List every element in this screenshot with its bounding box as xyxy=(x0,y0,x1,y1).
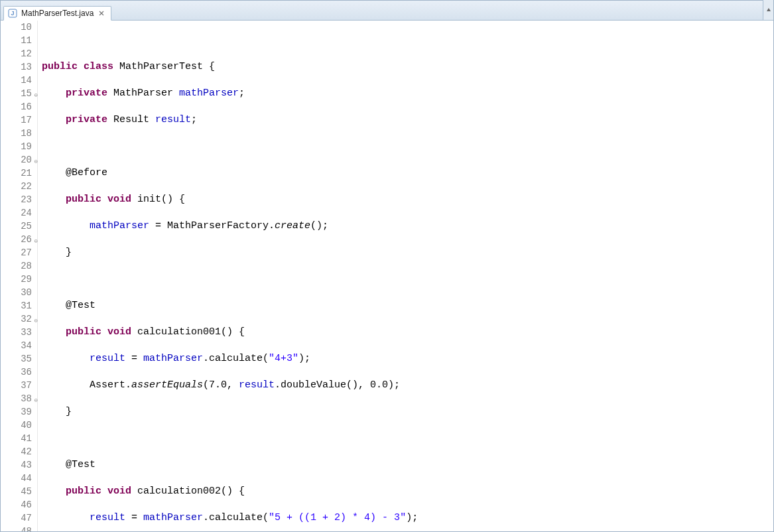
close-brace: } xyxy=(66,406,72,417)
semi: ; xyxy=(191,114,197,125)
line-number: 33 xyxy=(1,326,37,339)
line-number: 20⊖ xyxy=(1,153,37,166)
line-number: 13 xyxy=(1,60,37,74)
line-number: 34 xyxy=(1,339,37,352)
line-number: 46 xyxy=(1,498,37,511)
field-ref: result xyxy=(90,512,125,523)
kw-void: void xyxy=(107,326,131,338)
string-literal: "5 + ((1 + 2) * 4) - 3" xyxy=(269,512,406,523)
line-number: 17 xyxy=(1,113,37,127)
method-name: init xyxy=(137,194,161,205)
sig-rest: () { xyxy=(221,326,245,338)
line-number: 28 xyxy=(1,259,37,273)
field-ref: result xyxy=(90,353,125,364)
kw-private: private xyxy=(66,88,107,99)
txt: = xyxy=(125,512,143,523)
field-ref: mathParser xyxy=(90,220,149,232)
editor-window: J MathParserTest.java 101112131415⊖16171… xyxy=(0,0,774,532)
code-area[interactable]: public class MathParserTest { private Ma… xyxy=(38,21,773,531)
line-number: 23 xyxy=(1,193,37,206)
line-number: 47 xyxy=(1,511,37,525)
field-ref: mathParser xyxy=(143,353,203,364)
annotation-before: @Before xyxy=(66,167,107,178)
line-number: 18 xyxy=(1,127,37,140)
line-number: 41 xyxy=(1,432,37,445)
gutter-annotation-icon: ⊖ xyxy=(32,89,38,94)
line-number: 27 xyxy=(1,246,37,259)
code-editor[interactable]: 101112131415⊖1617181920⊖212223242526⊖272… xyxy=(1,21,773,531)
line-number: 29 xyxy=(1,273,37,286)
sig-rest: () { xyxy=(221,486,245,497)
line-number: 32⊖ xyxy=(1,312,37,326)
svg-text:J: J xyxy=(11,10,14,17)
line-number: 14 xyxy=(1,74,37,87)
line-number: 31 xyxy=(1,299,37,312)
method-name: calculation002 xyxy=(137,486,221,497)
field-ref: result xyxy=(239,379,275,391)
field-ref: mathParser xyxy=(143,512,203,523)
kw-void: void xyxy=(107,486,131,497)
line-number: 48 xyxy=(1,525,37,531)
close-brace: } xyxy=(66,247,72,258)
kw-public: public xyxy=(42,61,78,72)
annotation-test: @Test xyxy=(66,459,96,470)
line-number: 10 xyxy=(1,21,37,34)
gutter-annotation-icon: ⊖ xyxy=(32,314,38,320)
gutter-annotation-icon: ⊖ xyxy=(32,235,38,240)
kw-public: public xyxy=(66,194,101,205)
line-number: 21 xyxy=(1,166,37,180)
annotation-test: @Test xyxy=(66,300,96,311)
method-name: calculation001 xyxy=(137,326,221,338)
line-number: 43 xyxy=(1,458,37,472)
class-name: MathParserTest xyxy=(119,61,203,72)
scroll-up-icon[interactable] xyxy=(763,0,773,20)
line-number: 15⊖ xyxy=(1,87,37,100)
txt: .calculate( xyxy=(203,512,269,523)
line-number: 42 xyxy=(1,445,37,458)
string-literal: "4+3" xyxy=(269,353,298,364)
line-number: 30 xyxy=(1,286,37,299)
sig-rest: () { xyxy=(161,194,185,205)
tab-bar: J MathParserTest.java xyxy=(1,1,773,21)
type: Result xyxy=(113,114,155,125)
svg-marker-4 xyxy=(767,8,771,11)
txt: .calculate( xyxy=(203,353,269,364)
line-number: 45 xyxy=(1,485,37,498)
java-file-icon: J xyxy=(8,9,17,18)
close-tab-icon[interactable] xyxy=(97,9,105,17)
field-name: result xyxy=(155,114,191,125)
txt: = MathParserFactory. xyxy=(149,220,275,232)
line-number: 36 xyxy=(1,366,37,379)
file-tab[interactable]: J MathParserTest.java xyxy=(3,6,111,21)
gutter-annotation-icon: ⊖ xyxy=(32,155,38,161)
line-number: 44 xyxy=(1,472,37,485)
type: MathParser xyxy=(113,88,179,99)
semi: ; xyxy=(239,88,245,99)
line-number: 24 xyxy=(1,206,37,220)
line-number: 26⊖ xyxy=(1,233,37,246)
line-number: 37 xyxy=(1,379,37,392)
field-name: mathParser xyxy=(179,88,239,99)
static-call: assertEquals xyxy=(131,379,203,391)
txt: ); xyxy=(406,512,418,523)
line-number: 35 xyxy=(1,352,37,366)
tab-filename: MathParserTest.java xyxy=(21,9,94,18)
kw-private: private xyxy=(66,114,107,125)
txt: Assert. xyxy=(90,379,131,391)
kw-void: void xyxy=(107,194,131,205)
line-number: 40 xyxy=(1,419,37,432)
gutter-annotation-icon: ⊖ xyxy=(32,394,38,399)
line-number: 19 xyxy=(1,140,37,153)
line-number: 39 xyxy=(1,405,37,419)
txt: ); xyxy=(298,353,310,364)
line-number: 22 xyxy=(1,180,37,193)
line-number: 25 xyxy=(1,220,37,233)
line-number: 38⊖ xyxy=(1,392,37,405)
txt: = xyxy=(125,353,143,364)
txt: .doubleValue(), 0.0); xyxy=(275,379,400,391)
line-number: 16 xyxy=(1,100,37,113)
open-brace: { xyxy=(203,61,215,72)
line-number: 11 xyxy=(1,34,37,47)
line-number: 12 xyxy=(1,47,37,60)
txt: (); xyxy=(310,220,328,232)
